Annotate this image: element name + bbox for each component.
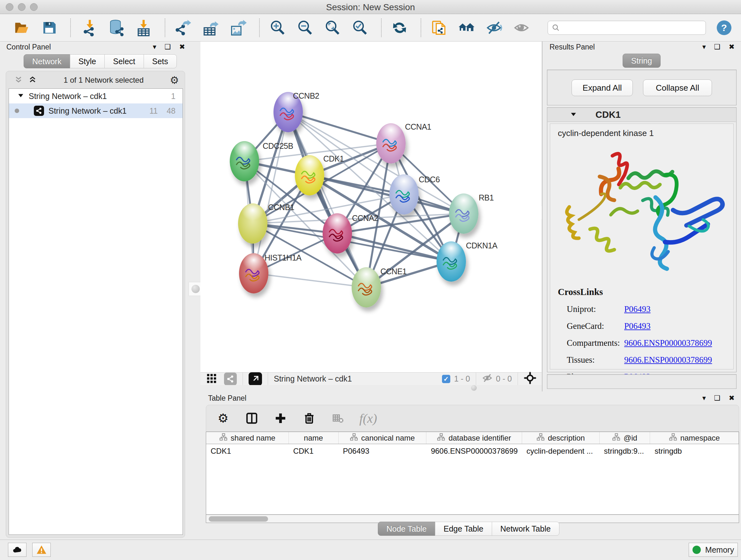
open-session-icon[interactable] (12, 18, 31, 37)
delete-column-trash-icon[interactable] (302, 411, 317, 426)
network-options-gear-icon[interactable]: ⚙ (170, 74, 179, 86)
tab-node-table[interactable]: Node Table (378, 522, 435, 536)
node-CCNB1[interactable] (238, 203, 267, 244)
network-collection-row[interactable]: String Network – cdk1 1 (9, 89, 183, 104)
table-cell[interactable]: stringdb (650, 444, 739, 458)
zoom-selected-icon[interactable] (350, 18, 369, 37)
column-header-name[interactable]: name (289, 432, 339, 444)
column-header-description[interactable]: description (522, 432, 600, 444)
tab-network[interactable]: Network (23, 54, 70, 68)
import-network-file-icon[interactable] (79, 18, 98, 37)
delete-table-icon[interactable] (331, 411, 345, 426)
node-CCNA2[interactable] (323, 213, 352, 253)
search-box[interactable] (548, 21, 706, 35)
table-float-icon[interactable]: ❑ (714, 395, 721, 401)
column-header-namespace[interactable]: namespace (650, 432, 739, 444)
table-collapse-icon[interactable]: ▾ (702, 395, 706, 401)
panel-collapse-icon[interactable]: ▾ (153, 44, 156, 51)
crosslink-link[interactable]: 9606.ENSP00000378699 (624, 338, 712, 348)
hidden-eye-slash-icon[interactable] (482, 373, 493, 385)
hide-selected-icon[interactable] (484, 18, 503, 37)
help-button[interactable]: ? (717, 20, 731, 35)
column-header--id[interactable]: @id (600, 432, 650, 444)
zoom-fit-icon[interactable] (323, 18, 342, 37)
show-all-icon[interactable] (512, 18, 531, 37)
network-overview-icon[interactable] (224, 373, 237, 385)
home-view-icon[interactable] (457, 18, 476, 37)
cloud-status-button[interactable] (8, 543, 26, 557)
results-close-icon[interactable]: ✖ (729, 44, 735, 51)
column-header-canonical-name[interactable]: canonical name (339, 432, 427, 444)
node-table[interactable]: shared namenamecanonical namedatabase id… (206, 432, 739, 515)
duplicate-network-icon[interactable] (429, 18, 449, 37)
network-canvas[interactable]: CCNB2CCNA1CDC25BCDK1CDC6RB1CCNB1CCNA2CDK… (200, 42, 542, 372)
table-row[interactable]: CDK1CDK1P064939606.ENSP00000378699cyclin… (206, 444, 739, 458)
edge-CCNE1-HIST1H1A[interactable] (254, 273, 366, 287)
selected-checkbox-icon[interactable]: ✓ (442, 375, 450, 383)
node-CCNA1[interactable] (376, 123, 406, 164)
import-network-database-icon[interactable] (107, 18, 126, 37)
zoom-in-icon[interactable] (268, 18, 287, 37)
refresh-view-icon[interactable] (390, 18, 409, 37)
tab-sets[interactable]: Sets (144, 54, 177, 68)
crosslink-link[interactable]: P06493 (624, 321, 651, 331)
tab-network-table[interactable]: Network Table (492, 522, 559, 536)
column-header-shared-name[interactable]: shared name (206, 432, 289, 444)
memory-button[interactable]: Memory (689, 543, 738, 557)
network-row[interactable]: String Network – cdk1 11 48 (9, 104, 183, 118)
table-cell[interactable]: cyclin-dependent ... (522, 444, 600, 458)
table-close-icon[interactable]: ✖ (729, 395, 735, 401)
edge-CCNB2-HIST1H1A[interactable] (254, 112, 288, 273)
expand-all-button[interactable]: Expand All (571, 79, 633, 96)
table-settings-gear-icon[interactable]: ⚙ (216, 411, 230, 426)
birdseye-grid-icon[interactable] (206, 373, 217, 385)
results-collapse-icon[interactable]: ▾ (702, 44, 706, 51)
results-float-icon[interactable]: ❑ (714, 44, 721, 51)
crosslink-link[interactable]: P06493 (624, 304, 651, 314)
warning-status-button[interactable] (32, 543, 51, 557)
search-input[interactable] (563, 23, 702, 33)
zoom-out-icon[interactable] (295, 18, 315, 37)
collapse-all-networks-icon[interactable] (14, 75, 23, 85)
hscrollbar-thumb[interactable] (209, 516, 268, 522)
table-cell[interactable]: CDK1 (289, 444, 339, 458)
column-header-database-identifier[interactable]: database identifier (426, 432, 522, 444)
node-CCNE1[interactable] (352, 267, 381, 307)
node-label-CDK1: CDK1 (323, 154, 344, 164)
export-table-icon[interactable] (201, 18, 220, 37)
tab-edge-table[interactable]: Edge Table (435, 522, 492, 536)
expand-all-networks-icon[interactable] (28, 75, 37, 85)
tab-string[interactable]: String (623, 54, 661, 68)
tab-select[interactable]: Select (105, 54, 144, 68)
results-button-bar: Expand All Collapse All (547, 70, 737, 105)
table-cell[interactable]: P06493 (339, 444, 427, 458)
panel-float-icon[interactable]: ❑ (165, 44, 171, 51)
table-cell[interactable]: stringdb:9... (600, 444, 650, 458)
protein-expander-icon[interactable] (570, 111, 577, 119)
crosslink-link[interactable]: 9606.ENSP00000378699 (624, 355, 712, 365)
save-session-icon[interactable] (40, 18, 59, 37)
export-image-icon[interactable] (228, 18, 248, 37)
table-cell[interactable]: 9606.ENSP00000378699 (426, 444, 522, 458)
node-CDKN1A[interactable] (436, 241, 466, 282)
horizontal-splitter[interactable] (200, 385, 542, 391)
collapse-all-button[interactable]: Collapse All (643, 79, 712, 96)
node-RB1[interactable] (449, 193, 478, 234)
export-network-icon[interactable] (174, 18, 193, 37)
add-column-plus-icon[interactable] (273, 411, 288, 426)
function-builder-icon[interactable]: f(x) (359, 411, 377, 426)
panel-close-icon[interactable]: ✖ (179, 44, 185, 51)
import-table-file-icon[interactable] (134, 18, 153, 37)
detach-view-icon[interactable] (249, 372, 262, 386)
node-CDK1[interactable] (295, 155, 324, 195)
tab-style[interactable]: Style (70, 54, 105, 68)
tree-expander-icon[interactable] (17, 91, 24, 101)
node-CDC25B[interactable] (230, 141, 259, 181)
edge-CCNB2-CCNA1[interactable] (288, 112, 391, 143)
node-HIST1H1A[interactable] (239, 253, 268, 294)
table-cell[interactable]: CDK1 (206, 444, 289, 458)
node-CDC6[interactable] (389, 174, 419, 214)
fit-crosshair-icon[interactable] (524, 372, 536, 386)
show-columns-icon[interactable] (245, 411, 259, 426)
toolbar-separator (381, 18, 382, 37)
